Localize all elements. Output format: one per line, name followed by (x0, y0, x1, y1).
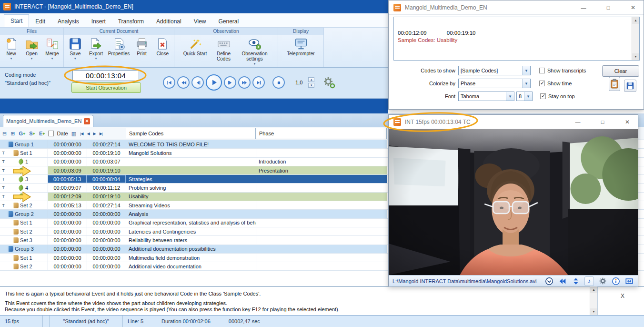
skip-to-end-button[interactable] (252, 76, 265, 89)
sample-codes-cell[interactable]: Problem solving (126, 184, 256, 192)
collapse-all-button[interactable]: ⊟ (2, 131, 7, 137)
add-group-button[interactable]: G+ (18, 131, 26, 136)
minimize-icon[interactable]: — (573, 1, 594, 14)
info-icon[interactable] (611, 276, 621, 286)
end-time-cell[interactable]: 00:00:00:00 (87, 254, 126, 262)
add-set-button[interactable]: S+ (29, 131, 36, 136)
expand-all-button[interactable]: ⊞ (10, 131, 15, 137)
tree-cell[interactable]: Group 2 (7, 210, 48, 218)
tab-insert[interactable]: Insert (85, 15, 112, 27)
end-time-cell[interactable]: 00:00:00:00 (87, 227, 126, 235)
sample-codes-cell[interactable]: Additional documentation possibilities (126, 245, 256, 253)
tab-transform[interactable]: Transform (112, 15, 150, 27)
stop-button[interactable] (272, 76, 285, 89)
tree-cell[interactable]: Set 2 (7, 201, 48, 209)
sample-codes-cell[interactable]: Usability (126, 193, 256, 201)
step-forward-button[interactable] (224, 76, 236, 89)
scroll-down-icon[interactable]: ▼ (590, 308, 597, 315)
tab-general[interactable]: General (212, 15, 245, 27)
scroll-down-icon[interactable]: ▼ (632, 53, 639, 60)
scroll-up-icon[interactable]: ▲ (590, 286, 597, 293)
phase-cell[interactable] (256, 236, 387, 244)
start-time-cell[interactable]: 00:00:00:00 (48, 236, 87, 244)
start-time-cell[interactable]: 00:00:00:00 (48, 140, 87, 148)
tree-cell[interactable]: Set 2 (7, 262, 48, 270)
teleprompter-titlebar[interactable]: Mangold_Multimedia_Demo_EN — □ ✕ (389, 0, 644, 15)
start-time-cell[interactable]: 00:00:00:00 (48, 227, 87, 235)
tree-cell[interactable]: 5 (7, 193, 48, 201)
tab-additional[interactable]: Additional (150, 15, 188, 27)
phase-cell[interactable] (256, 219, 387, 227)
tree-cell[interactable]: 1 (7, 158, 48, 166)
start-time-cell[interactable]: 00:00:00:00 (48, 245, 87, 253)
stay-on-top-checkbox[interactable] (540, 93, 546, 99)
save-transcript-button[interactable] (624, 80, 636, 92)
colorize-by-select[interactable]: Phase▼ (458, 79, 531, 88)
start-time-cell[interactable]: 00:00:12:09 (48, 193, 87, 201)
video-frame[interactable] (389, 129, 638, 275)
export-button[interactable]: Export▾ (86, 36, 106, 61)
teleprompter-text-area[interactable]: 00:00:12:09 00:00:19:10 Sample Codes: Us… (393, 17, 640, 61)
tree-cell[interactable]: 2 (7, 166, 48, 174)
sample-codes-cell[interactable]: Streaming Videos (126, 201, 256, 209)
observation-settings-button[interactable]: Observation settings▾ (239, 36, 271, 66)
sample-codes-cell[interactable] (126, 158, 256, 166)
start-time-cell[interactable]: 00:00:00:00 (48, 262, 87, 270)
start-observation-button[interactable]: Start Observation (71, 82, 141, 93)
maximize-icon[interactable]: □ (592, 115, 613, 129)
maximize-icon[interactable]: □ (598, 1, 619, 14)
next-row-button[interactable]: ▶ (93, 132, 96, 136)
end-time-cell[interactable]: 00:00:19:10 (87, 149, 126, 157)
save-button[interactable]: Save▾ (65, 36, 85, 61)
phase-cell[interactable] (256, 175, 387, 183)
teleprompter-scrollbar[interactable]: ▲ ▼ (632, 17, 639, 60)
phase-cell[interactable] (256, 262, 387, 270)
new-button[interactable]: New▾ (1, 36, 21, 61)
rewind-button[interactable] (177, 76, 190, 89)
notes-scrollbar[interactable]: ▲ ▼ (590, 286, 597, 315)
tree-cell[interactable]: Set 1 (7, 149, 48, 157)
sample-codes-cell[interactable]: Multimedia field demonstration (126, 254, 256, 262)
quick-start-button[interactable]: Quick Start (181, 36, 209, 57)
phase-cell[interactable] (256, 193, 387, 201)
start-time-cell[interactable]: 00:00:05:13 (48, 201, 87, 209)
sample-codes-cell[interactable]: WELCOME TO THIS DEMO FILE! (126, 140, 256, 148)
sample-codes-cell[interactable]: Strategies (126, 175, 256, 183)
font-size-select[interactable]: 8▼ (516, 92, 533, 101)
playback-settings-button[interactable] (323, 76, 335, 89)
end-time-cell[interactable]: 00:00:00:00 (87, 219, 126, 227)
fast-forward-button[interactable] (238, 76, 251, 89)
column-header-sample-codes[interactable]: Sample Codes (126, 128, 256, 139)
end-time-cell[interactable]: 00:00:19:10 (87, 166, 126, 174)
start-time-cell[interactable]: 00:00:00:00 (48, 219, 87, 227)
tab-analysis[interactable]: Analysis (51, 15, 85, 27)
gear-icon[interactable] (598, 276, 607, 286)
end-time-cell[interactable]: 00:00:00:00 (87, 236, 126, 244)
phase-cell[interactable] (256, 227, 387, 235)
properties-button[interactable]: Properties (107, 36, 131, 57)
tab-start[interactable]: Start (4, 14, 29, 27)
phase-cell[interactable] (256, 245, 387, 253)
sample-codes-cell[interactable] (126, 166, 256, 174)
document-tab[interactable]: Mangold_Multimedia_Demo_EN ✕ (3, 115, 93, 127)
tree-cell[interactable]: Set 1 (7, 219, 48, 227)
scroll-up-icon[interactable]: ▲ (632, 17, 639, 24)
sample-codes-cell[interactable]: Analysis (126, 210, 256, 218)
chevron-down-circle-icon[interactable] (544, 276, 554, 286)
side-panel-close-button[interactable]: X (621, 293, 624, 299)
close-icon[interactable]: ✕ (617, 115, 638, 129)
last-row-button[interactable]: ▶| (99, 132, 103, 136)
close-icon[interactable]: ✕ (623, 1, 644, 14)
phase-cell[interactable] (256, 140, 387, 148)
define-codes-button[interactable]: Define Codes (210, 36, 238, 62)
prev-row-button[interactable]: ◀ (86, 132, 90, 136)
minimize-icon[interactable]: — (567, 115, 588, 129)
tree-cell[interactable]: Set 3 (7, 236, 48, 244)
merge-button[interactable]: Merge▾ (42, 36, 62, 61)
open-button[interactable]: Open▾ (22, 36, 41, 61)
end-time-cell[interactable]: 00:00:27:14 (87, 140, 126, 148)
speed-up-button[interactable]: ▲ (308, 77, 314, 82)
end-time-cell[interactable]: 00:00:00:00 (87, 262, 126, 270)
tree-cell[interactable]: Set 2 (7, 227, 48, 235)
close-document-button[interactable]: Close (152, 36, 172, 57)
